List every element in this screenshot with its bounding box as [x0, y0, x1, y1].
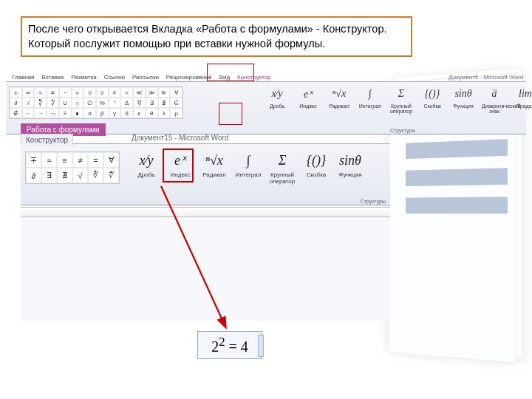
- structure-button[interactable]: x⁄yДробь: [132, 150, 161, 185]
- symbol-cell[interactable]: ∆: [120, 98, 133, 108]
- structure-button[interactable]: ⁿ√xРадикал: [327, 85, 352, 114]
- structure-label: Интеграл: [358, 103, 383, 109]
- tab[interactable]: Ссылки: [101, 72, 128, 82]
- symbol-cell[interactable]: ∎: [72, 108, 84, 118]
- structure-label: Крупный оператор: [267, 171, 297, 185]
- symbol-cell[interactable]: ∛: [88, 168, 103, 183]
- symbol-cell[interactable]: ≠: [72, 152, 88, 168]
- symbol-cell[interactable]: ≡: [59, 108, 72, 118]
- symbol-cell[interactable]: %: [96, 98, 109, 108]
- symbol-cell[interactable]: ≈: [120, 87, 133, 98]
- structure-icon: ∫: [360, 85, 381, 103]
- symbol-cell[interactable]: ε: [133, 108, 146, 118]
- structure-button[interactable]: {()}Скобка: [301, 150, 331, 185]
- tab[interactable]: Вставка: [38, 72, 66, 82]
- symbol-cell[interactable]: ↔: [47, 108, 59, 118]
- structure-icon: eˣ: [168, 150, 193, 171]
- structure-button[interactable]: sinθФункция: [335, 150, 365, 185]
- symbol-cell[interactable]: ∄: [158, 98, 171, 108]
- symbol-cell[interactable]: ≠: [47, 87, 59, 98]
- symbol-cell[interactable]: ∛: [34, 98, 47, 108]
- highlight-equation-drop: [219, 103, 242, 125]
- window-title: Документ5 - Microsoft Word: [449, 74, 523, 81]
- structure-label: Индекс: [166, 171, 195, 178]
- symbol-cell[interactable]: λ: [158, 108, 171, 118]
- structure-button[interactable]: äДиакритический знак: [482, 85, 507, 114]
- symbol-cell[interactable]: ×: [72, 87, 84, 98]
- structure-icon: {()}: [304, 150, 329, 171]
- symbol-cell[interactable]: ∉: [10, 108, 22, 118]
- tab-constructor-large[interactable]: Конструктор: [21, 134, 73, 146]
- symbol-cell[interactable]: →: [34, 108, 47, 118]
- symbol-cell[interactable]: ∓: [26, 152, 41, 168]
- tab-constructor[interactable]: Конструктор: [234, 72, 274, 82]
- symbol-cell[interactable]: ∃: [146, 98, 158, 108]
- equation-dropdown-handle[interactable]: [258, 335, 264, 357]
- structure-button[interactable]: eˣИндекс: [296, 85, 321, 114]
- document-area[interactable]: [21, 217, 390, 321]
- structure-button[interactable]: ∫Интеграл: [358, 85, 383, 114]
- symbol-cell[interactable]: ∅: [83, 98, 96, 108]
- symbol-grid-large[interactable]: ∓≈≡≠=∀∂∃∄√∛∜: [25, 151, 120, 184]
- horizontal-ruler: [21, 207, 390, 217]
- symbol-cell[interactable]: ≅: [158, 87, 171, 98]
- symbol-cell[interactable]: μ: [170, 108, 183, 118]
- symbol-cell[interactable]: ≈: [41, 152, 57, 168]
- structure-button[interactable]: ΣКрупный оператор: [267, 150, 297, 185]
- tab[interactable]: Рецензирование: [163, 72, 215, 82]
- structure-button[interactable]: ⁿ√xРадикал: [200, 150, 229, 185]
- symbol-cell[interactable]: β: [96, 108, 109, 118]
- symbol-cell[interactable]: ≪: [133, 87, 146, 98]
- symbol-cell[interactable]: ∄: [57, 168, 72, 183]
- symbol-cell[interactable]: √: [22, 98, 35, 108]
- word-ribbon-large: Работа с формулами Конструктор Документ1…: [21, 143, 390, 205]
- structure-label: Предел: [513, 103, 532, 109]
- symbol-cell[interactable]: √: [72, 168, 88, 183]
- structure-button[interactable]: x⁄yДробь: [265, 85, 290, 114]
- structure-button[interactable]: ΣКрупный оператор: [389, 85, 414, 114]
- symbol-cell[interactable]: ±: [10, 87, 22, 98]
- symbol-cell[interactable]: ∞: [22, 87, 35, 98]
- symbol-cell[interactable]: ∀: [170, 87, 183, 98]
- symbol-cell[interactable]: ≡: [57, 152, 72, 168]
- symbol-cell[interactable]: ≥: [96, 87, 109, 98]
- symbol-cell[interactable]: ∂: [10, 98, 22, 108]
- symbol-cell[interactable]: ∃: [41, 168, 57, 183]
- symbol-cell[interactable]: ∇: [133, 98, 146, 108]
- symbol-cell[interactable]: ←: [22, 108, 35, 118]
- symbol-cell[interactable]: =: [88, 152, 103, 168]
- symbol-cell[interactable]: ∈: [170, 98, 183, 108]
- tab[interactable]: Разметка: [68, 72, 100, 82]
- symbol-cell[interactable]: ∜: [47, 98, 59, 108]
- symbol-cell[interactable]: =: [34, 87, 47, 98]
- structure-button[interactable]: limПредел: [513, 85, 532, 114]
- symbol-cell[interactable]: ≤: [83, 87, 96, 98]
- structure-icon: Σ: [391, 85, 412, 103]
- tab[interactable]: Вид: [216, 72, 233, 82]
- structure-button[interactable]: ∫Интеграл: [233, 150, 263, 185]
- symbol-grid-small[interactable]: ±∞=≠~×≤≥≡≈≪≫≅∀∂√∛∜∪∩∅%°∆∇∃∄∈∉←→↔≡∎αβγδεθ…: [9, 86, 183, 119]
- symbol-cell[interactable]: ∪: [59, 98, 72, 108]
- symbol-cell[interactable]: δ: [120, 108, 133, 118]
- structure-button[interactable]: eˣИндекс: [166, 150, 195, 185]
- symbol-cell[interactable]: α: [83, 108, 96, 118]
- structure-label: Радикал: [200, 171, 229, 178]
- structure-label: Индекс: [296, 103, 321, 109]
- tab[interactable]: Рассылки: [129, 72, 162, 82]
- structure-button[interactable]: {()} Скобка: [420, 85, 445, 114]
- equation-result-box[interactable]: 22 = 4: [197, 331, 262, 359]
- symbol-cell[interactable]: ∩: [72, 98, 84, 108]
- symbol-cell[interactable]: ∜: [103, 168, 119, 183]
- symbol-cell[interactable]: ~: [59, 87, 72, 98]
- tab[interactable]: Главная: [9, 72, 37, 82]
- symbol-cell[interactable]: ∀: [103, 152, 119, 168]
- symbol-cell[interactable]: °: [109, 98, 121, 108]
- symbol-cell[interactable]: ≡: [109, 87, 121, 98]
- symbol-cell[interactable]: ≫: [146, 87, 158, 98]
- symbol-cell[interactable]: θ: [146, 108, 158, 118]
- symbol-cell[interactable]: ∂: [26, 168, 41, 183]
- structure-button[interactable]: sinθФункция: [451, 85, 476, 114]
- structure-icon: lim: [515, 85, 532, 103]
- paper-content-band: [406, 197, 508, 214]
- symbol-cell[interactable]: γ: [109, 108, 121, 118]
